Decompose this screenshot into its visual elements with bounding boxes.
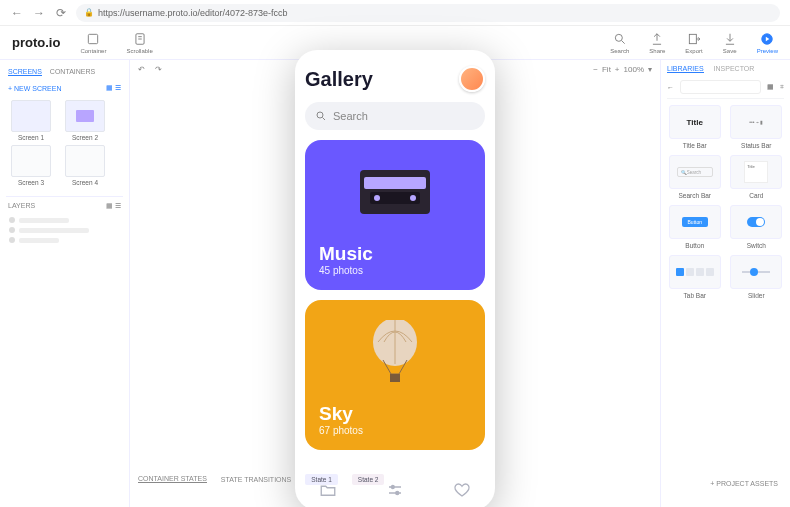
svg-point-9 <box>396 492 399 495</box>
lib-item-search-bar[interactable]: 🔍 SearchSearch Bar <box>667 155 723 199</box>
balloon-icon <box>368 320 422 392</box>
tab-inspector[interactable]: INSPECTOR <box>714 65 755 73</box>
left-panel: SCREENS CONTAINERS + NEW SCREEN ▦ ☰ Scre… <box>0 60 130 507</box>
layers-view-toggle[interactable]: ▦ ☰ <box>106 202 121 210</box>
redo-button[interactable]: ↷ <box>155 65 162 74</box>
avatar[interactable] <box>459 66 485 92</box>
lib-item-status-bar[interactable]: ••• ⌁ ▮Status Bar <box>729 105 785 149</box>
screen-thumb[interactable]: Screen 1 <box>6 100 56 141</box>
tab-screens[interactable]: SCREENS <box>8 68 42 76</box>
gallery-title: Gallery <box>305 68 373 91</box>
library-grid-toggle[interactable]: ▦ <box>767 83 774 91</box>
device-preview[interactable]: Gallery Search Music 45 photos Sky 67 ph… <box>295 50 495 507</box>
tab-containers[interactable]: CONTAINERS <box>50 68 95 76</box>
left-panel-tabs: SCREENS CONTAINERS <box>6 64 123 80</box>
url-input[interactable]: 🔒 https://username.proto.io/editor/4072-… <box>76 4 780 22</box>
card-subtitle: 45 photos <box>319 265 471 276</box>
zoom-in-button[interactable]: + <box>615 65 620 74</box>
screen-thumb[interactable]: Screen 4 <box>60 145 110 186</box>
export-button[interactable]: Export <box>685 32 702 54</box>
canvas[interactable]: ↶ ↷ − Fit + 100% ▾ Gallery Search <box>130 60 660 507</box>
tab-state-transitions[interactable]: STATE TRANSITIONS <box>221 476 291 483</box>
svg-rect-0 <box>89 34 98 43</box>
zoom-level[interactable]: 100% <box>624 65 644 74</box>
card-music[interactable]: Music 45 photos <box>305 140 485 290</box>
library-search[interactable] <box>680 80 761 94</box>
browser-address-bar: ← → ⟳ 🔒 https://username.proto.io/editor… <box>0 0 790 26</box>
search-tool[interactable]: Search <box>610 32 629 54</box>
card-title: Sky <box>319 403 471 425</box>
card-title: Music <box>319 243 471 265</box>
logo: proto.io <box>12 35 60 50</box>
svg-point-5 <box>317 112 323 118</box>
card-subtitle: 67 photos <box>319 425 471 436</box>
lib-item-button[interactable]: ButtonButton <box>667 205 723 249</box>
project-assets-button[interactable]: + PROJECT ASSETS <box>710 480 778 487</box>
zoom-fit[interactable]: Fit <box>602 65 611 74</box>
library-icon[interactable]: ⌗ <box>780 83 784 91</box>
tab-container-states[interactable]: CONTAINER STATES <box>138 475 207 483</box>
save-button[interactable]: Save <box>723 32 737 54</box>
svg-rect-3 <box>689 34 696 43</box>
cassette-icon <box>360 170 430 214</box>
zoom-out-button[interactable]: − <box>593 65 598 74</box>
state-pill[interactable]: State 1 <box>305 474 338 485</box>
gallery-search-input[interactable]: Search <box>305 102 485 130</box>
back-button[interactable]: ← <box>10 6 24 20</box>
right-panel: LIBRARIES INSPECTOR ← ▦ ⌗ TitleTitle Bar… <box>660 60 790 507</box>
layers-header: LAYERS ▦ ☰ <box>6 196 123 215</box>
container-tool[interactable]: Container <box>80 32 106 54</box>
layer-row[interactable] <box>6 225 123 235</box>
lib-item-slider[interactable]: Slider <box>729 255 785 299</box>
lib-item-tab-bar[interactable]: Tab Bar <box>667 255 723 299</box>
container-states-bar: CONTAINER STATES STATE TRANSITIONS State… <box>130 471 790 487</box>
tab-libraries[interactable]: LIBRARIES <box>667 65 704 73</box>
screen-thumb[interactable]: Screen 2 <box>60 100 110 141</box>
lib-item-card[interactable]: TitleCard <box>729 155 785 199</box>
preview-button[interactable]: Preview <box>757 32 778 54</box>
svg-point-2 <box>615 34 622 41</box>
state-pill[interactable]: State 2 <box>352 474 385 485</box>
card-sky[interactable]: Sky 67 photos <box>305 300 485 450</box>
library-back-button[interactable]: ← <box>667 84 674 91</box>
zoom-dropdown-icon[interactable]: ▾ <box>648 65 652 74</box>
screen-thumb[interactable]: Screen 3 <box>6 145 56 186</box>
lib-item-title-bar[interactable]: TitleTitle Bar <box>667 105 723 149</box>
new-screen-button[interactable]: + NEW SCREEN ▦ ☰ <box>6 80 123 96</box>
lock-icon: 🔒 <box>84 8 94 17</box>
url-text: https://username.proto.io/editor/4072-87… <box>98 8 288 18</box>
undo-button[interactable]: ↶ <box>138 65 145 74</box>
layer-row[interactable] <box>6 215 123 225</box>
grid-view-toggle[interactable]: ▦ ☰ <box>106 84 121 92</box>
layer-row[interactable] <box>6 235 123 245</box>
lib-item-switch[interactable]: Switch <box>729 205 785 249</box>
scrollable-tool[interactable]: Scrollable <box>126 32 152 54</box>
share-button[interactable]: Share <box>649 32 665 54</box>
forward-button[interactable]: → <box>32 6 46 20</box>
reload-button[interactable]: ⟳ <box>54 6 68 20</box>
svg-rect-7 <box>390 374 400 382</box>
search-icon <box>315 110 327 122</box>
